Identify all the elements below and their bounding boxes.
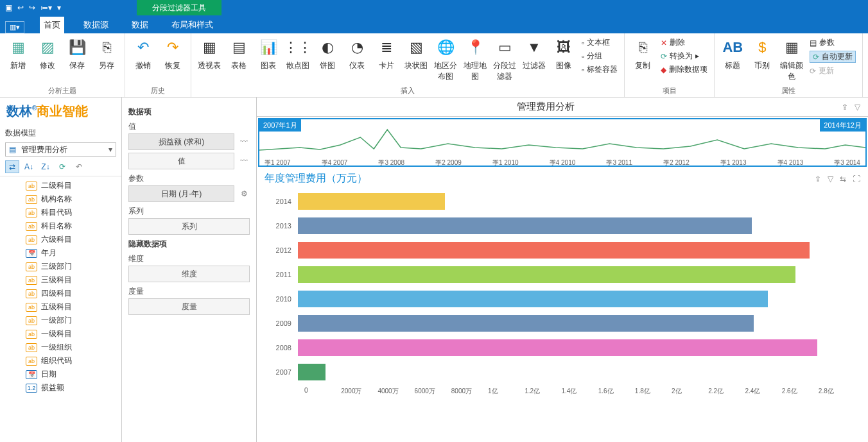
saveas-button[interactable]: ⎘另存 bbox=[92, 36, 121, 72]
bar-row[interactable]: 2010 bbox=[270, 287, 855, 311]
field-item[interactable]: ab五级科目 bbox=[0, 300, 121, 314]
label-dim: 维度 bbox=[128, 253, 250, 264]
insert-6[interactable]: ≣卡片 bbox=[372, 36, 401, 83]
edit-button[interactable]: ▨修改 bbox=[33, 36, 62, 72]
field-item[interactable]: 📅年月 bbox=[0, 246, 121, 260]
reset-button[interactable]: ↶ bbox=[72, 160, 86, 173]
field-item[interactable]: 1.2损益额 bbox=[0, 381, 121, 395]
new-button[interactable]: ▦新增 bbox=[4, 36, 32, 72]
timeline-start[interactable]: 2007年1月 bbox=[259, 119, 301, 132]
title-button[interactable]: AB标题 bbox=[718, 36, 747, 83]
bar-row[interactable]: 2011 bbox=[270, 262, 855, 287]
insert-4[interactable]: ◐饼图 bbox=[313, 36, 342, 83]
bar-row[interactable]: 2009 bbox=[270, 311, 855, 336]
more-icon[interactable]: ≔▾ bbox=[40, 3, 52, 12]
currency-button[interactable]: $币别 bbox=[748, 36, 776, 83]
field-item[interactable]: ab一级科目 bbox=[0, 327, 121, 341]
delete-data-icon: ◆ bbox=[661, 65, 666, 74]
insert-11[interactable]: ▼过滤器 bbox=[520, 36, 548, 83]
sort-desc-button[interactable]: Z↓ bbox=[39, 160, 53, 173]
tab-layout[interactable]: 布局和样式 bbox=[168, 17, 217, 33]
param-pill[interactable]: 日期 (月-年) bbox=[128, 185, 234, 202]
autorefresh-button[interactable]: ⟳自动更新 bbox=[810, 51, 856, 63]
group-label: 属性 bbox=[718, 86, 858, 96]
field-item[interactable]: 📅日期 bbox=[0, 368, 121, 381]
field-toolbar: ⇄ A↓ Z↓ ⟳ ↶ bbox=[0, 158, 121, 176]
field-item[interactable]: ab一级组织 bbox=[0, 341, 121, 354]
editcolor-button[interactable]: ▦编辑颜色 bbox=[777, 36, 806, 83]
bar-row[interactable]: 2013 bbox=[270, 214, 855, 238]
undo-icon[interactable]: ↩ bbox=[17, 3, 24, 12]
field-item[interactable]: ab机构名称 bbox=[0, 192, 121, 206]
gear-icon[interactable]: ⚙ bbox=[238, 189, 250, 198]
field-item[interactable]: ab四级科目 bbox=[0, 287, 121, 300]
tab-home[interactable]: 首页 bbox=[40, 17, 64, 33]
insert-10[interactable]: ▭分段过滤器 bbox=[490, 36, 519, 83]
view-tree-button[interactable]: ⇄ bbox=[5, 160, 19, 173]
convert-button[interactable]: ⟳转换为 ▸ bbox=[661, 51, 707, 62]
field-item[interactable]: ab六级科目 bbox=[0, 233, 121, 246]
value-drop[interactable]: 值 bbox=[128, 153, 234, 169]
title-bar: ▣ ↩ ↪ ≔▾ ▾ 分段过滤器工具 bbox=[0, 0, 868, 15]
insert-2[interactable]: 📊图表 bbox=[254, 36, 282, 83]
ribbon-tabs: ▥▾ 首页 数据源 数据 布局和样式 bbox=[0, 15, 868, 33]
tab-datasource[interactable]: 数据源 bbox=[80, 17, 112, 33]
insert-9[interactable]: 📍地理地图 bbox=[461, 36, 489, 83]
label-value: 值 bbox=[128, 121, 250, 132]
sort-asc-button[interactable]: A↓ bbox=[22, 160, 36, 173]
field-item[interactable]: ab组织代码 bbox=[0, 354, 121, 368]
bar-row[interactable]: 2008 bbox=[270, 336, 855, 360]
export-icon[interactable]: ⇪ bbox=[815, 174, 821, 183]
insert-0[interactable]: ▦透视表 bbox=[195, 36, 223, 83]
chart-subtitle: 年度管理费用（万元） bbox=[265, 172, 815, 185]
field-item[interactable]: ab科目名称 bbox=[0, 219, 121, 233]
delete-data-button[interactable]: ◆删除数据项 bbox=[661, 64, 707, 75]
insert-8[interactable]: 🌐地区分布图 bbox=[431, 36, 460, 83]
field-item[interactable]: ab二级科目 bbox=[0, 179, 121, 192]
insert-7[interactable]: ▧块状图 bbox=[402, 36, 430, 83]
field-item[interactable]: ab科目代码 bbox=[0, 206, 121, 219]
params-button[interactable]: ▤参数 bbox=[810, 37, 856, 48]
measure-drop[interactable]: 度量 bbox=[128, 298, 250, 315]
refresh-button[interactable]: ⟳更新 bbox=[810, 65, 856, 76]
save-icon[interactable]: ▣ bbox=[5, 3, 12, 12]
bar-row[interactable]: 2007 bbox=[270, 360, 855, 384]
redo-button[interactable]: ↷恢复 bbox=[159, 36, 187, 72]
bar-row[interactable]: 2014 bbox=[270, 189, 855, 214]
dim-drop[interactable]: 维度 bbox=[128, 266, 250, 282]
save-button[interactable]: 💾保存 bbox=[63, 36, 91, 72]
copy-button[interactable]: ⎘复制 bbox=[629, 36, 657, 76]
bar-row[interactable]: 2012 bbox=[270, 238, 855, 262]
field-item[interactable]: ab三级部门 bbox=[0, 260, 121, 273]
filter-icon[interactable]: ▽ bbox=[828, 174, 833, 183]
fullscreen-icon[interactable]: ⛶ bbox=[853, 174, 860, 183]
line-type-icon[interactable]: 〰 bbox=[238, 157, 250, 166]
field-item[interactable]: ab三级科目 bbox=[0, 273, 121, 287]
datamodel-select[interactable]: ▤ 管理费用分析 ▾ bbox=[5, 142, 116, 157]
contextual-tool-tab[interactable]: 分段过滤器工具 bbox=[137, 0, 221, 15]
insert-side-0[interactable]: ▫文本框 bbox=[582, 37, 618, 48]
tab-data[interactable]: 数据 bbox=[128, 17, 152, 33]
value-pill[interactable]: 损益额 (求和) bbox=[128, 133, 234, 150]
insert-5[interactable]: ◔仪表 bbox=[343, 36, 371, 83]
timeline-end[interactable]: 2014年12月 bbox=[820, 119, 865, 132]
drill-icon[interactable]: ⇆ bbox=[840, 174, 846, 183]
file-menu[interactable]: ▥▾ bbox=[5, 21, 24, 33]
timeline-slicer[interactable]: 2007年1月 2014年12月 季1 2007季4 2007季3 2008季2… bbox=[258, 118, 867, 167]
qat-drop-icon[interactable]: ▾ bbox=[57, 3, 61, 12]
insert-12[interactable]: 🖼图像 bbox=[550, 36, 578, 83]
field-item[interactable]: ab一级部门 bbox=[0, 314, 121, 327]
insert-1[interactable]: ▤表格 bbox=[225, 36, 253, 83]
line-type-icon[interactable]: 〰 bbox=[238, 137, 250, 146]
redo-icon[interactable]: ↪ bbox=[29, 3, 35, 12]
undo-button[interactable]: ↶撤销 bbox=[129, 36, 157, 72]
insert-3[interactable]: ⋮⋮散点图 bbox=[284, 36, 312, 83]
insert-side-1[interactable]: ▫分组 bbox=[582, 51, 618, 62]
filter-icon[interactable]: ▽ bbox=[855, 103, 860, 112]
datamodel-label: 数据模型 bbox=[0, 125, 121, 141]
delete-button[interactable]: ✕删除 bbox=[661, 37, 707, 48]
refresh-fields-button[interactable]: ⟳ bbox=[55, 160, 69, 173]
export-icon[interactable]: ⇪ bbox=[842, 103, 848, 112]
series-drop[interactable]: 系列 bbox=[128, 218, 250, 235]
insert-side-2[interactable]: ▫标签容器 bbox=[582, 64, 618, 75]
